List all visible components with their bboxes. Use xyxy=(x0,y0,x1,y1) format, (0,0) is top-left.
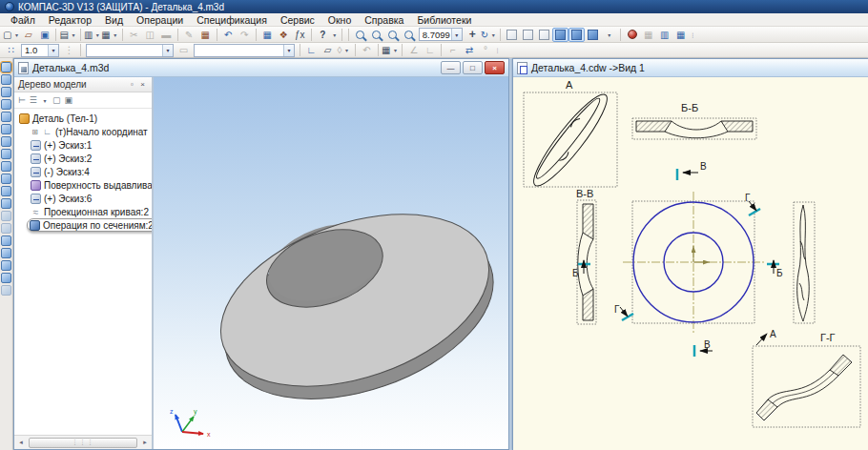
context-help-button[interactable]: ? xyxy=(315,28,331,42)
section-vv-geometry[interactable] xyxy=(578,204,593,320)
hide-surfaces-button[interactable]: ▦ xyxy=(640,28,656,42)
feature-toolbar-icon[interactable] xyxy=(1,74,11,85)
zoom-window-button[interactable] xyxy=(352,28,368,42)
step-combo-dropdown[interactable]: ▾ xyxy=(48,45,58,56)
display-perspective-button[interactable] xyxy=(585,28,601,42)
cut-mark-g-bottomleft[interactable] xyxy=(622,314,633,320)
feature-toolbar-icon[interactable] xyxy=(1,87,11,97)
display-hidden-lines-button[interactable] xyxy=(520,28,536,42)
degree-button[interactable]: ° xyxy=(477,43,493,57)
zoom-in-button[interactable] xyxy=(368,28,384,42)
feature-toolbar-icon[interactable] xyxy=(1,174,11,184)
restore-op-button[interactable]: ↶ xyxy=(359,43,375,57)
feature-toolbar-icon[interactable] xyxy=(1,99,11,110)
state-combo-1-dropdown[interactable]: ▾ xyxy=(162,45,173,56)
save-button[interactable]: ▣ xyxy=(36,28,52,42)
menu-help[interactable]: Справка xyxy=(358,14,410,26)
copy-button[interactable]: ◫ xyxy=(142,28,158,42)
rebuild-button[interactable] xyxy=(624,28,640,42)
toolbar-overflow-icon[interactable]: ⋮ xyxy=(689,31,696,38)
feature-toolbar-icon[interactable] xyxy=(1,161,11,172)
snap-angle-button[interactable]: ∠ xyxy=(405,43,422,57)
erase-button[interactable]: ◊▾ xyxy=(336,43,352,57)
display-shaded-button[interactable] xyxy=(552,28,568,42)
menu-file[interactable]: Файл xyxy=(4,14,42,26)
scroll-left-icon[interactable]: ◂ xyxy=(14,437,28,449)
menu-operations[interactable]: Операции xyxy=(130,14,190,26)
model-window-titlebar[interactable]: Деталька_4.m3d — □ × xyxy=(14,59,508,77)
feature-toolbar-icon[interactable] xyxy=(1,198,11,209)
tree-item-origin[interactable]: ⊞ ∟ (т)Начало координат xyxy=(29,125,152,138)
toolbar-overflow-icon[interactable]: ▾ xyxy=(331,31,339,38)
menu-window[interactable]: Окно xyxy=(321,14,358,26)
pan-button[interactable]: + xyxy=(465,28,481,42)
step-button[interactable]: ∷ xyxy=(3,43,19,57)
copy-properties-button[interactable]: ✎ xyxy=(181,28,197,42)
menu-specification[interactable]: Спецификация xyxy=(190,14,274,26)
redo-button[interactable]: ↷ xyxy=(237,28,253,42)
drawing-window-titlebar[interactable]: Деталька_4.cdw ->Вид 1 xyxy=(513,59,868,77)
tree-item-sketch4[interactable]: (-) Эскиз:4 xyxy=(29,165,152,178)
feature-toolbar-icon[interactable] xyxy=(1,186,11,196)
display-wireframe-button[interactable] xyxy=(504,28,520,42)
table-button[interactable]: ▦ xyxy=(197,28,214,42)
zoom-out-button[interactable] xyxy=(384,28,401,42)
feature-toolbar-icon[interactable] xyxy=(1,273,11,283)
menu-editor[interactable]: Редактор xyxy=(42,14,98,26)
state-combo-2-dropdown[interactable]: ▾ xyxy=(283,45,294,56)
feature-toolbar-icon[interactable] xyxy=(1,136,11,147)
side-view-geometry[interactable] xyxy=(797,205,810,321)
tree-item-loft-operation[interactable]: Операция по сечениям:2 xyxy=(27,218,152,232)
tree-item-sketch6[interactable]: (+) Эскиз:6 xyxy=(29,192,152,205)
tree-horizontal-scrollbar[interactable]: ◂ ⋮⋮⋮ ▸ xyxy=(14,435,152,449)
zoom-combo-dropdown[interactable]: ▾ xyxy=(451,29,462,40)
cut-button[interactable]: ✂ xyxy=(126,28,142,42)
section-bb-geometry[interactable] xyxy=(636,121,753,138)
orientation-button[interactable]: ▾ xyxy=(601,28,617,42)
paste-button[interactable]: ▬ xyxy=(158,28,175,42)
tree-item-sketch1[interactable]: (+) Эскиз:1 xyxy=(29,138,152,152)
feature-toolbar-icon[interactable] xyxy=(1,235,11,246)
step-input[interactable]: 1.0 xyxy=(22,45,48,55)
menu-libraries[interactable]: Библиотеки xyxy=(410,14,478,26)
print-button[interactable]: ▤▾ xyxy=(59,28,76,42)
chevron-down-icon[interactable]: ▾ xyxy=(41,97,49,104)
section-gg-geometry[interactable] xyxy=(756,355,852,420)
toggle-snap-button[interactable]: ⇄ xyxy=(461,43,477,57)
corner-button[interactable]: ⌐ xyxy=(444,43,461,57)
preview-button[interactable]: ▥▾ xyxy=(84,28,101,42)
rotate-button[interactable]: ↻▾ xyxy=(481,28,497,42)
specification-button[interactable]: ▦▾ xyxy=(101,28,118,42)
feature-toolbar-icon[interactable] xyxy=(1,62,11,72)
minimize-button[interactable]: — xyxy=(441,61,461,74)
tree-item-part[interactable]: Деталь (Тел-1) xyxy=(17,112,152,125)
washer-3d-model[interactable] xyxy=(154,77,508,449)
model-viewport[interactable]: z y x xyxy=(154,77,508,449)
feature-toolbar-icon[interactable] xyxy=(1,260,11,271)
scroll-right-icon[interactable]: ▸ xyxy=(138,437,152,449)
local-csys-button[interactable]: ∟ xyxy=(303,43,320,57)
tree-item-projection-curve[interactable]: ≈ Проекционная кривая:2 xyxy=(29,205,152,218)
tree-relations-button[interactable]: ▢ xyxy=(52,95,61,105)
simplify-display-button[interactable]: ▦ xyxy=(672,28,689,42)
display-hidden-thin-button[interactable] xyxy=(536,28,552,42)
feature-toolbar-icon[interactable] xyxy=(1,112,11,122)
new-document-button[interactable]: ▢▾ xyxy=(3,28,20,42)
restore-button[interactable]: □ xyxy=(463,61,483,74)
tree-item-extrude-surface[interactable]: Поверхность выдавливани xyxy=(29,178,152,192)
tree-composition-button[interactable]: ⊢ xyxy=(18,95,26,105)
tree-item-sketch2[interactable]: (+) Эскиз:2 xyxy=(29,152,152,165)
tree-filter-button[interactable]: ☰ xyxy=(30,95,37,105)
feature-toolbar-icon[interactable] xyxy=(1,149,11,159)
libraries-manager-button[interactable]: ❖ xyxy=(276,28,292,42)
close-button[interactable]: × xyxy=(485,61,505,74)
menu-service[interactable]: Сервис xyxy=(274,14,321,26)
undo-button[interactable]: ↶ xyxy=(220,28,237,42)
variables-button[interactable]: ▦ xyxy=(259,28,276,42)
toolbar-overflow-icon[interactable]: ⋮ xyxy=(493,47,501,53)
expand-icon[interactable]: ⊞ xyxy=(31,128,39,136)
feature-toolbar-icon[interactable] xyxy=(1,248,11,258)
feature-toolbar-icon[interactable] xyxy=(1,211,11,221)
blank-button[interactable]: ▭ xyxy=(176,43,192,57)
fx-button[interactable]: ƒx xyxy=(292,28,308,42)
